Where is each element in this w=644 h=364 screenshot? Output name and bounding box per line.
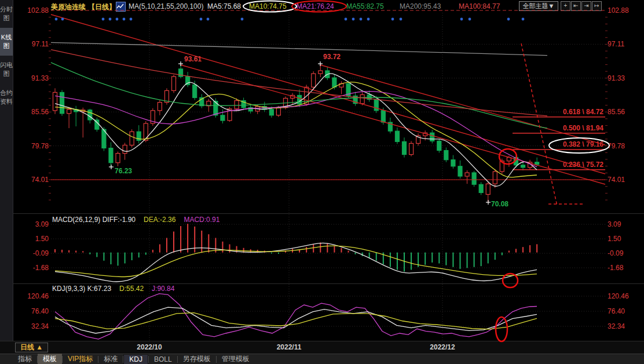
ma-line-MA200 bbox=[51, 42, 547, 55]
event-dot bbox=[55, 18, 58, 21]
fib-label: 0.236 \ 75.72 bbox=[563, 161, 603, 169]
candle-body bbox=[381, 111, 385, 122]
candle-body bbox=[535, 162, 539, 165]
ma-value-label: MA200:95.43 bbox=[400, 2, 441, 10]
candle-body bbox=[269, 110, 273, 115]
date-label: 2022/11 bbox=[277, 343, 302, 351]
axis-tick-label: -1.68 bbox=[33, 264, 49, 272]
candle-body bbox=[486, 184, 490, 194]
toolbar-tab-管理模板[interactable]: 管理模板 bbox=[217, 354, 255, 364]
toolbar-tab-VIP指标[interactable]: VIP指标 bbox=[63, 354, 98, 364]
candle-body bbox=[416, 136, 420, 143]
candle-body bbox=[521, 165, 525, 168]
candle-body bbox=[507, 158, 511, 161]
kdj-k-line bbox=[55, 307, 537, 333]
candle-body bbox=[312, 74, 316, 87]
toolbar-tab-指标[interactable]: 指标 bbox=[13, 354, 37, 364]
candle-body bbox=[67, 110, 71, 114]
candle-body bbox=[81, 110, 85, 112]
candle-body bbox=[116, 154, 120, 163]
candle-body bbox=[305, 87, 309, 104]
fib-label: 0.618 \ 84.72 bbox=[563, 108, 603, 116]
candle-body bbox=[179, 69, 183, 77]
annotation-circle bbox=[549, 138, 609, 153]
trend-line bbox=[51, 14, 605, 174]
sidebar-tab-合约资料[interactable]: 合约资料 bbox=[0, 83, 13, 111]
candle-body bbox=[528, 162, 532, 168]
period-tag: 【日线】 bbox=[88, 2, 116, 12]
period-selector-button[interactable]: 日线 ▲ bbox=[15, 343, 48, 352]
candle-body bbox=[360, 94, 364, 103]
fib-label: 0.382 \ 79.16 bbox=[563, 140, 603, 148]
candle-body bbox=[472, 173, 476, 184]
compress-left-icon[interactable]: ⇤ bbox=[571, 1, 581, 11]
event-dot bbox=[391, 18, 394, 21]
event-dot bbox=[460, 18, 463, 21]
candle-body bbox=[430, 133, 434, 141]
event-dot bbox=[130, 18, 133, 21]
toolbar-tab-KDJ[interactable]: KDJ bbox=[123, 354, 148, 364]
axis-tick-label: -0.09 bbox=[608, 249, 624, 257]
candle-body bbox=[493, 172, 497, 184]
ma-value-label: MA55:82.75 bbox=[346, 2, 384, 10]
macd-header-value: MACD:0.91 bbox=[184, 216, 219, 224]
axis-tick-label: 85.56 bbox=[608, 108, 625, 116]
page-forward-icon[interactable]: ↦ bbox=[592, 1, 602, 11]
kdj-header-value: D:55.42 bbox=[119, 285, 144, 293]
chart-canvas[interactable]: 102.88102.8897.1197.1191.3391.3385.5685.… bbox=[0, 0, 644, 364]
compress-right-icon[interactable]: ⇥ bbox=[581, 1, 591, 11]
toolbar-tab-标准[interactable]: 标准 bbox=[98, 354, 123, 364]
candle-body bbox=[298, 95, 302, 104]
axis-tick-label: 32.34 bbox=[31, 322, 49, 330]
candle-body bbox=[241, 101, 246, 108]
theme-dropdown-button[interactable]: 全部主题▼ bbox=[519, 1, 558, 11]
date-label: 2022/12 bbox=[430, 343, 455, 351]
candle-body bbox=[291, 95, 295, 98]
axis-tick-label: 91.33 bbox=[31, 74, 49, 82]
candle-body bbox=[451, 160, 455, 166]
kline-chart-icon[interactable] bbox=[116, 2, 126, 12]
candle-body bbox=[144, 123, 148, 140]
candle-body bbox=[207, 101, 211, 106]
candle-body bbox=[186, 77, 190, 85]
toolbar-tab-BOLL[interactable]: BOLL bbox=[149, 355, 177, 364]
crosshair-icon[interactable]: + bbox=[561, 1, 570, 11]
axis-tick-label: -0.09 bbox=[33, 249, 49, 257]
candle-body bbox=[88, 110, 92, 120]
extreme-price-label: 93.72 bbox=[323, 53, 341, 61]
macd-header-value: DEA:-2.36 bbox=[144, 216, 175, 224]
extreme-price-label: 76.23 bbox=[115, 167, 132, 175]
axis-tick-label: 3.09 bbox=[608, 220, 621, 228]
candle-body bbox=[437, 141, 441, 150]
ma-line-MA55 bbox=[51, 63, 547, 128]
event-dot bbox=[123, 18, 126, 21]
fib-label: 0.500 \ 81.94 bbox=[563, 124, 603, 132]
candle-body bbox=[214, 101, 218, 115]
axis-tick-label: 3.09 bbox=[35, 220, 49, 228]
ma-line-MA100 bbox=[51, 50, 547, 116]
candle-body bbox=[367, 94, 371, 99]
candle-body bbox=[500, 161, 504, 172]
sidebar-tab-闪电图[interactable]: 闪电图 bbox=[0, 56, 13, 83]
candle-body bbox=[514, 158, 518, 165]
date-label: 2022/10 bbox=[137, 343, 162, 351]
ma-value-label: MA21:76.24 bbox=[297, 2, 334, 10]
candle-body bbox=[95, 120, 99, 129]
toolbar-tab-另存模板[interactable]: 另存模板 bbox=[178, 354, 216, 364]
candle-body bbox=[283, 99, 287, 108]
axis-tick-label: 32.34 bbox=[608, 322, 625, 330]
candle-body bbox=[444, 151, 448, 160]
candle-body bbox=[479, 184, 483, 192]
candle-body bbox=[346, 83, 350, 96]
toolbar-tab-模板[interactable]: 模板 bbox=[38, 354, 62, 364]
event-dot bbox=[522, 18, 525, 21]
axis-tick-label: 79.78 bbox=[31, 142, 49, 150]
sidebar-tab-K线图[interactable]: K线图 bbox=[0, 28, 13, 56]
axis-tick-label: 120.46 bbox=[27, 292, 49, 300]
candle-body bbox=[151, 111, 155, 123]
annotation-circle bbox=[503, 274, 518, 287]
axis-tick-label: 79.78 bbox=[608, 142, 625, 150]
axis-tick-label: 85.56 bbox=[31, 108, 49, 116]
candle-body bbox=[102, 129, 106, 148]
candle-body bbox=[123, 145, 127, 153]
